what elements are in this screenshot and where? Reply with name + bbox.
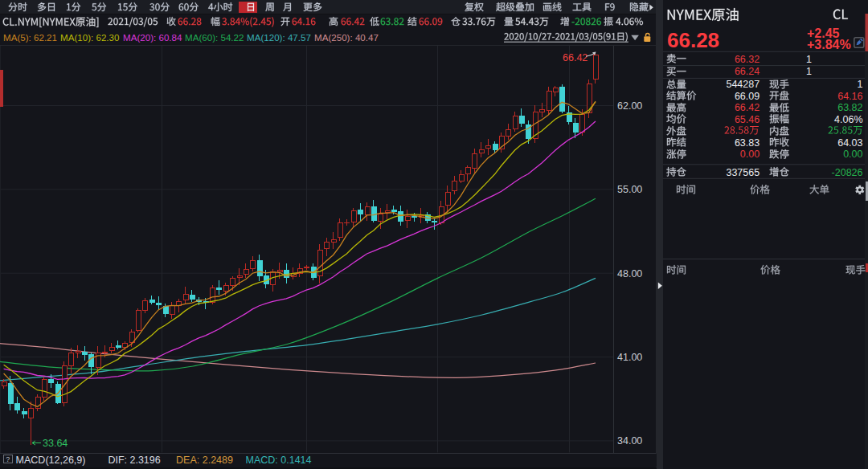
svg-text:34.00: 34.00 [617,435,642,447]
svg-text:41.00: 41.00 [617,352,642,363]
svg-text:62.00: 62.00 [617,100,642,112]
svg-text:48.00: 48.00 [617,268,642,279]
svg-text:55.00: 55.00 [617,184,642,195]
svg-text:33.64: 33.64 [43,438,68,449]
svg-text:66.42: 66.42 [563,52,588,63]
